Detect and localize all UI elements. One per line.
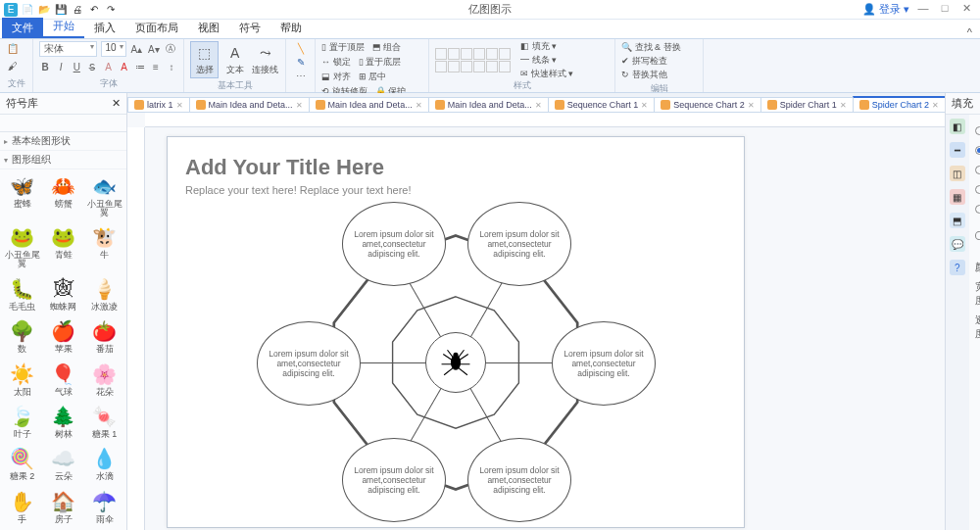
fill-option[interactable]: 图片或纹理填充 [975, 218, 980, 252]
align-icon[interactable]: ≡ [150, 60, 162, 73]
document-tab[interactable]: Main Idea and Deta...✕ [189, 97, 310, 112]
font-color-icon[interactable]: A [119, 60, 130, 73]
document-tab[interactable]: Main Idea and Deta...✕ [309, 97, 429, 112]
diagram-node[interactable]: Lorem ipsum dolor sit amet,consectetur a… [257, 321, 361, 406]
menu-file[interactable]: 文件 [2, 18, 43, 38]
arrange-item[interactable]: ↔ 锁定 [321, 56, 351, 69]
document-tab[interactable]: Sequence Chart 1✕ [548, 97, 656, 112]
spider-diagram[interactable]: Lorem ipsum dolor sit amet,consectetur a… [274, 206, 637, 519]
page-subtitle[interactable]: Replace your text here! Replace your tex… [185, 184, 726, 196]
diagram-node[interactable]: Lorem ipsum dolor sit amet,consectetur a… [342, 438, 446, 522]
diagram-node[interactable]: Lorem ipsum dolor sit amet,consectetur a… [342, 202, 446, 286]
menu-view[interactable]: 视图 [188, 18, 229, 38]
connector-tool-button[interactable]: ⤳连接线 [251, 41, 279, 78]
shape-item[interactable]: 🌳数 [2, 316, 42, 358]
highlight-icon[interactable]: A [102, 60, 114, 73]
document-tab[interactable]: Main Idea and Deta...✕ [428, 97, 549, 112]
shape-item[interactable]: 🍎苹果 [43, 316, 83, 358]
shape-item[interactable]: 🍬糖果 1 [84, 402, 124, 443]
rp-tab-image-icon[interactable]: ▦ [950, 189, 965, 205]
shape-item[interactable]: 🌸花朵 [84, 360, 124, 401]
replace-other-button[interactable]: ↻ 替换其他 [621, 69, 667, 81]
rp-tab-shadow-icon[interactable]: ◫ [950, 166, 965, 181]
rp-tab-fill-icon[interactable]: ◧ [950, 119, 965, 134]
bullets-icon[interactable]: ≔ [134, 60, 146, 73]
shape-item[interactable]: 🍭糖果 2 [2, 444, 42, 485]
tab-close-icon[interactable]: ✕ [535, 101, 542, 110]
rp-tab-help-icon[interactable]: ? [950, 260, 965, 275]
arrange-item[interactable]: ▯ 置于底层 [359, 56, 402, 69]
rp-tab-chat-icon[interactable]: 💬 [950, 236, 965, 252]
clear-format-icon[interactable]: Ⓐ [165, 42, 177, 56]
document-tab[interactable]: Spider Chart 1✕ [760, 97, 854, 112]
menu-home[interactable]: 开始 [43, 16, 84, 38]
save-icon[interactable]: 💾 [54, 3, 68, 17]
shape-item[interactable]: 🏠房子 [43, 487, 83, 528]
italic-icon[interactable]: I [55, 60, 67, 73]
tab-close-icon[interactable]: ✕ [296, 101, 303, 110]
new-icon[interactable]: 📄 [21, 3, 34, 17]
menu-symbol[interactable]: 符号 [229, 18, 270, 38]
arrange-item[interactable]: ⊞ 居中 [359, 71, 387, 83]
diagram-node[interactable]: Lorem ipsum dolor sit amet,consectetur a… [467, 438, 571, 522]
rp-tab-line-icon[interactable]: ━ [950, 142, 965, 158]
tab-close-icon[interactable]: ✕ [641, 101, 648, 110]
shape-line-icon[interactable]: ╲ [294, 41, 308, 55]
arrange-item[interactable]: ⬒ 组合 [372, 41, 402, 54]
menu-help[interactable]: 帮助 [270, 18, 312, 38]
shape-item[interactable]: 🦀螃蟹 [43, 171, 83, 221]
document-tab[interactable]: latrix 1✕ [127, 97, 190, 112]
category-basic[interactable]: 基本绘图形状 [0, 132, 126, 151]
shape-item[interactable]: 🐸小丑鱼尾翼 [2, 222, 42, 272]
shape-more-icon[interactable]: ⋯ [294, 69, 308, 82]
page-title[interactable]: Add Your Title Here [185, 155, 726, 180]
shape-item[interactable]: 🍃叶子 [2, 402, 42, 443]
shape-item[interactable]: ✋手 [2, 487, 42, 528]
center-node[interactable] [425, 332, 486, 393]
panel-close-icon[interactable]: ✕ [112, 97, 121, 110]
shape-item[interactable]: ☀️太阳 [2, 360, 42, 401]
shape-item[interactable]: 🐟小丑鱼尾翼 [84, 171, 124, 221]
fill-option[interactable]: 单色填充 [975, 140, 980, 160]
shape-item[interactable]: ☂️雨伞 [84, 487, 124, 528]
shape-item[interactable]: 🍅番茄 [84, 316, 124, 358]
shape-item[interactable]: 🐮牛 [84, 222, 124, 272]
tab-close-icon[interactable]: ✕ [748, 101, 755, 110]
tab-close-icon[interactable]: ✕ [176, 101, 183, 110]
shape-item[interactable]: ☁️云朵 [43, 444, 83, 485]
shrink-font-icon[interactable]: A▾ [147, 42, 160, 56]
arrange-item[interactable]: ⬓ 对齐 [321, 71, 351, 83]
document-tab[interactable]: Spider Chart 2✕ [853, 96, 945, 112]
qat-icon[interactable]: E [4, 3, 18, 17]
spellcheck-button[interactable]: ✔ 拼写检查 [621, 55, 667, 68]
collapse-ribbon-icon[interactable]: ^ [967, 26, 972, 38]
document-tab[interactable]: Sequence Chart 2✕ [654, 97, 761, 112]
redo-icon[interactable]: ↷ [104, 3, 118, 17]
underline-icon[interactable]: U [71, 60, 82, 73]
select-tool-button[interactable]: ⬚选择 [190, 41, 219, 78]
category-graphic[interactable]: 图形组织 [0, 151, 126, 169]
page[interactable]: Add Your Title Here Replace your text he… [167, 136, 745, 528]
shape-item[interactable]: 🐛毛毛虫 [2, 274, 42, 315]
undo-icon[interactable]: ↶ [87, 3, 101, 17]
line-dropdown[interactable]: ━ 线条 ▾ [520, 54, 573, 67]
fill-option[interactable]: 渐变填充 [975, 160, 980, 179]
shape-pen-icon[interactable]: ✎ [294, 55, 308, 69]
shape-search-input[interactable] [4, 118, 128, 128]
shape-item[interactable]: 🎈气球 [43, 360, 83, 401]
shape-item[interactable]: 🦋蜜蜂 [2, 171, 42, 221]
shape-item[interactable]: 🌲树林 [43, 402, 83, 443]
brush-icon[interactable]: 🖌 [6, 59, 20, 72]
tab-close-icon[interactable]: ✕ [840, 101, 847, 110]
diagram-node[interactable]: Lorem ipsum dolor sit amet,consectetur a… [552, 321, 656, 406]
maximize-icon[interactable]: □ [937, 2, 953, 17]
arrange-item[interactable]: ▯ 置于顶层 [321, 41, 365, 54]
bold-icon[interactable]: B [39, 60, 51, 73]
fill-option[interactable]: 图案填充 [975, 199, 980, 218]
menu-insert[interactable]: 插入 [84, 18, 125, 38]
tab-close-icon[interactable]: ✕ [416, 101, 422, 110]
grow-font-icon[interactable]: A▴ [130, 42, 143, 56]
minimize-icon[interactable]: — [915, 2, 931, 17]
menu-layout[interactable]: 页面布局 [125, 18, 188, 38]
line-space-icon[interactable]: ↕ [166, 60, 177, 73]
